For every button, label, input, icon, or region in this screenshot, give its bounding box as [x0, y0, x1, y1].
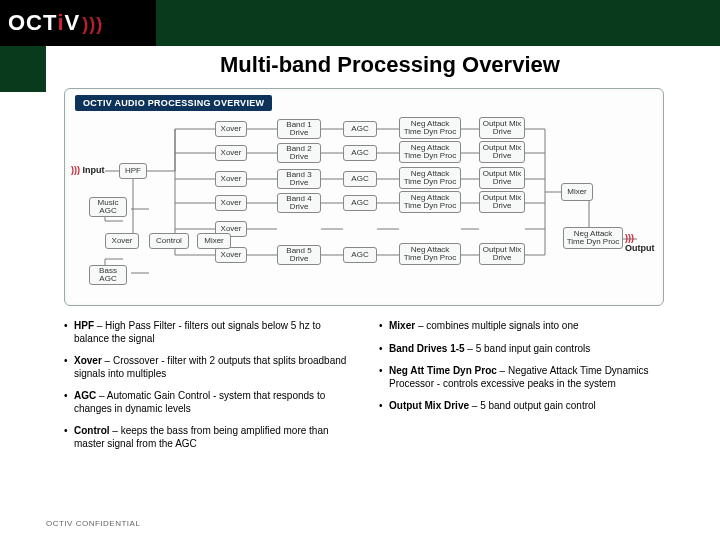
- logo-text-b: V: [65, 10, 81, 36]
- def-output-mix: Output Mix Drive – 5 band output gain co…: [379, 400, 664, 413]
- node-agc-4: AGC: [343, 195, 377, 211]
- node-band-2-drive: Band 2 Drive: [277, 143, 321, 163]
- logo-text-a: OCT: [8, 10, 57, 36]
- node-band-4-drive: Band 4 Drive: [277, 193, 321, 213]
- node-xover-lower: Xover: [105, 233, 139, 249]
- node-xover-4: Xover: [215, 195, 247, 211]
- definitions-col-left: HPF – High Pass Filter - filters out sig…: [64, 320, 349, 450]
- def-xover: Xover – Crossover - filter with 2 output…: [64, 355, 349, 380]
- page-title: Multi-band Processing Overview: [220, 52, 560, 78]
- node-mixer-final: Mixer: [561, 183, 593, 201]
- node-agc-5: AGC: [343, 247, 377, 263]
- node-final-neg: Neg Attack Time Dyn Proc: [563, 227, 623, 249]
- node-neg-3: Neg Attack Time Dyn Proc: [399, 167, 461, 189]
- logo: OCTiV ))): [0, 0, 156, 46]
- definitions-col-right: Mixer – combines multiple signals into o…: [379, 320, 664, 450]
- side-accent: [0, 46, 46, 92]
- node-neg-4: Neg Attack Time Dyn Proc: [399, 191, 461, 213]
- logo-dot: i: [57, 10, 64, 36]
- node-outmix-3: Output Mix Drive: [479, 167, 525, 189]
- def-neg-att: Neg Att Time Dyn Proc – Negative Attack …: [379, 365, 664, 390]
- node-xover-3: Xover: [215, 171, 247, 187]
- node-band-1-drive: Band 1 Drive: [277, 119, 321, 139]
- definitions: HPF – High Pass Filter - filters out sig…: [64, 320, 664, 450]
- sound-waves-icon: ))): [82, 10, 103, 36]
- def-agc: AGC – Automatic Gain Control - system th…: [64, 390, 349, 415]
- footer-confidential: OCTIV CONFIDENTIAL: [46, 519, 140, 528]
- def-mixer: Mixer – combines multiple signals into o…: [379, 320, 664, 333]
- output-label: ))) Output: [625, 233, 663, 253]
- node-outmix-5: Output Mix Drive: [479, 243, 525, 265]
- node-neg-5: Neg Attack Time Dyn Proc: [399, 243, 461, 265]
- node-agc-3: AGC: [343, 171, 377, 187]
- node-neg-2: Neg Attack Time Dyn Proc: [399, 141, 461, 163]
- diagram-panel: OCTIV AUDIO PROCESSING OVERVIEW: [64, 88, 664, 306]
- header-bar: OCTiV ))): [0, 0, 720, 46]
- node-band-3-drive: Band 3 Drive: [277, 169, 321, 189]
- node-xover-2: Xover: [215, 145, 247, 161]
- node-outmix-1: Output Mix Drive: [479, 117, 525, 139]
- node-control: Control: [149, 233, 189, 249]
- def-control: Control – keeps the bass from being ampl…: [64, 425, 349, 450]
- def-band-drives: Band Drives 1-5 – 5 band input gain cont…: [379, 343, 664, 356]
- node-xover-1: Xover: [215, 121, 247, 137]
- node-hpf: HPF: [119, 163, 147, 179]
- node-neg-1: Neg Attack Time Dyn Proc: [399, 117, 461, 139]
- node-agc-1: AGC: [343, 121, 377, 137]
- node-outmix-2: Output Mix Drive: [479, 141, 525, 163]
- node-agc-2: AGC: [343, 145, 377, 161]
- node-mixer-lower: Mixer: [197, 233, 231, 249]
- node-band-5-drive: Band 5 Drive: [277, 245, 321, 265]
- node-outmix-4: Output Mix Drive: [479, 191, 525, 213]
- input-label: ))) Input: [71, 165, 105, 175]
- node-bass-agc: Bass AGC: [89, 265, 127, 285]
- node-xover-5b: Xover: [215, 247, 247, 263]
- node-music-agc: Music AGC: [89, 197, 127, 217]
- def-hpf: HPF – High Pass Filter - filters out sig…: [64, 320, 349, 345]
